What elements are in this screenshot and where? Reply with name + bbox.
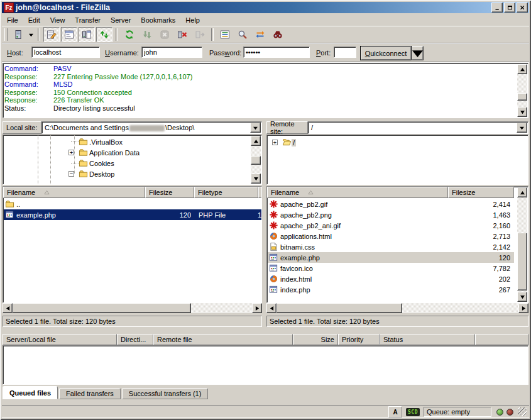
file-row-favicon-ico[interactable]: favicon.ico7,782 — [268, 263, 514, 274]
column-header-filename[interactable]: Filename — [267, 187, 448, 198]
queue-column-remote-file[interactable]: Remote file — [153, 334, 293, 345]
file-name: example.php — [280, 254, 320, 262]
column-header-filename[interactable]: Filename — [3, 187, 145, 198]
queue-column-size[interactable]: Size — [293, 334, 338, 345]
filter-button[interactable] — [217, 27, 233, 42]
speed-limits-icon[interactable]: SCD — [406, 408, 420, 416]
port-input[interactable] — [334, 47, 356, 58]
local-site-combo[interactable]: C:\Documents and Settings\Desktop\ — [41, 121, 262, 134]
column-header-l[interactable]: L — [258, 187, 262, 198]
file-row--[interactable]: .. — [4, 199, 261, 209]
local-tree-scroll-thumb[interactable] — [251, 156, 261, 165]
site-manager-dropdown-button[interactable] — [27, 28, 35, 41]
compare-button[interactable] — [234, 27, 251, 42]
refresh-button[interactable] — [121, 27, 138, 42]
password-input[interactable] — [243, 47, 310, 58]
disconnect-button[interactable] — [174, 27, 190, 42]
menu-item-bookmarks[interactable]: Bookmarks — [136, 15, 180, 25]
file-name-cell: apache_pb2.gif — [269, 199, 445, 209]
remote-scroll-thumb[interactable] — [517, 233, 527, 290]
minimize-button[interactable] — [491, 3, 503, 13]
tab-queued-files[interactable]: Queued files — [3, 386, 58, 399]
file-row-example-php[interactable]: example.php120PHP File1 — [4, 209, 261, 220]
queue-column-blank[interactable] — [475, 334, 528, 345]
tree-expander-minus[interactable]: − — [68, 171, 74, 177]
log-scroll-up-button[interactable] — [517, 64, 527, 74]
file-row-example-php[interactable]: example.php120 — [268, 252, 514, 263]
local-list-hscrollbar[interactable] — [3, 303, 262, 313]
file-row-index-php[interactable]: index.php267 — [268, 284, 514, 295]
column-header-filetype[interactable]: Filetype — [194, 187, 258, 198]
quickconnect-button[interactable]: Quickconnect — [360, 46, 412, 60]
file-row-apache-pb2-ani-gif[interactable]: apache_pb2_ani.gif2,160 — [268, 220, 514, 231]
column-header-filesize[interactable]: Filesize — [145, 187, 194, 198]
toggle-queue-button[interactable] — [96, 27, 112, 42]
data-type-indicator[interactable]: A — [388, 406, 402, 417]
file-row-applications-html[interactable]: applications.html2,713 — [268, 231, 514, 241]
tree-item-application-data[interactable]: Application Data — [79, 147, 141, 158]
tab-successful-transfers-1-[interactable]: Successful transfers (1) — [122, 388, 209, 399]
file-row-bitnami-css[interactable]: bitnami.css2,142 — [268, 241, 514, 252]
remote-hscroll-right-button[interactable] — [518, 303, 528, 313]
column-header-filesize[interactable]: Filesize — [448, 187, 514, 198]
file-row-apache-pb2-png[interactable]: apache_pb2.png1,463 — [268, 209, 514, 220]
username-input[interactable] — [141, 47, 202, 58]
process-queue-button[interactable] — [139, 27, 155, 42]
local-hscroll-left-button[interactable] — [3, 303, 13, 313]
menu-item-edit[interactable]: Edit — [23, 15, 45, 25]
local-hscroll-thumb[interactable] — [13, 303, 191, 313]
file-row-index-html[interactable]: index.html202 — [268, 274, 514, 284]
menu-item-view[interactable]: View — [45, 15, 70, 25]
close-button[interactable] — [517, 3, 528, 13]
menu-item-server[interactable]: Server — [106, 15, 136, 25]
local-tree-scrollbar[interactable] — [251, 136, 261, 184]
sync-browse-button[interactable] — [252, 27, 268, 42]
tree-expander-plus[interactable]: + — [68, 150, 74, 155]
file-row-apache-pb2-gif[interactable]: apache_pb2.gif2,414 — [268, 199, 514, 209]
local-tree-scroll-down-button[interactable] — [251, 174, 261, 184]
menu-item-file[interactable]: File — [2, 15, 23, 25]
tree-item-cookies[interactable]: Cookies — [79, 158, 116, 169]
tree-item-desktop[interactable]: Desktop — [79, 169, 116, 179]
remote-hscroll-left-button[interactable] — [266, 303, 276, 313]
tree-item--virtualbox[interactable]: .VirtualBox — [79, 136, 124, 147]
log-scroll-down-button[interactable] — [517, 107, 527, 117]
tree-item-root[interactable]: / — [282, 137, 296, 148]
resize-grip[interactable] — [518, 407, 527, 416]
remote-site-combo[interactable]: / — [308, 121, 528, 134]
quickconnect-dropdown-button[interactable] — [412, 46, 424, 60]
queue-column-directi-[interactable]: Directi... — [117, 334, 153, 345]
remote-list-hscrollbar[interactable] — [266, 303, 528, 313]
queue-column-server-local-file[interactable]: Server/Local file — [3, 334, 117, 345]
queue-column-priority[interactable]: Priority — [338, 334, 380, 345]
local-site-dropdown-button[interactable] — [250, 123, 261, 133]
sort-ascending-icon — [308, 189, 314, 196]
site-manager-button[interactable] — [10, 27, 26, 42]
log-scrollbar[interactable] — [517, 64, 527, 117]
remote-hscroll-thumb[interactable] — [276, 303, 402, 313]
toggle-remote-tree-button[interactable] — [79, 27, 95, 42]
remote-scroll-up-button[interactable] — [517, 187, 527, 197]
folder-icon — [79, 169, 88, 179]
reconnect-button[interactable] — [192, 27, 208, 42]
find-button[interactable] — [270, 27, 286, 42]
tree-expander-plus[interactable]: + — [272, 140, 278, 145]
host-input[interactable] — [31, 47, 100, 58]
tab-failed-transfers[interactable]: Failed transfers — [59, 388, 121, 399]
maximize-button[interactable] — [504, 3, 515, 13]
toggle-log-button[interactable] — [43, 27, 60, 42]
menu-item-transfer[interactable]: Transfer — [70, 15, 106, 25]
toggle-local-tree-button[interactable] — [61, 27, 77, 42]
tree-guide-stub — [71, 141, 79, 142]
tree-guide-stub — [71, 163, 79, 163]
remote-list-scrollbar[interactable] — [517, 187, 527, 302]
cancel-button[interactable] — [156, 27, 173, 42]
local-hscroll-right-button[interactable] — [252, 303, 262, 313]
local-tree-scroll-up-button[interactable] — [251, 136, 261, 146]
queue-column-status[interactable]: Status — [380, 334, 475, 345]
remote-site-dropdown-button[interactable] — [517, 123, 527, 133]
tree-item-label: Cookies — [88, 160, 116, 167]
menu-item-help[interactable]: Help — [180, 15, 205, 25]
log-scroll-thumb[interactable] — [517, 93, 527, 101]
remote-scroll-down-button[interactable] — [517, 292, 527, 302]
